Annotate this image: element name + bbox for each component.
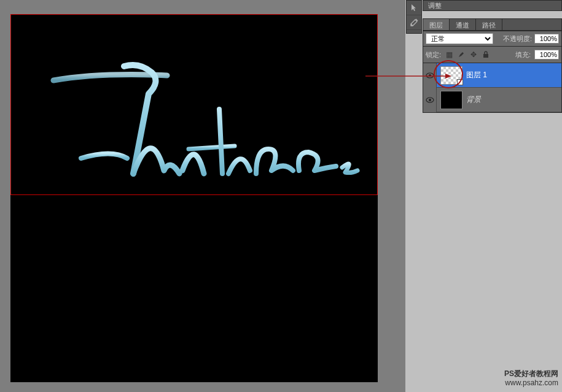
adjustments-panel-header[interactable]: 调整: [423, 0, 562, 11]
blend-mode-row: 正常 不透明度:: [423, 31, 562, 47]
fill-label: 填充:: [515, 50, 531, 60]
svg-point-2: [429, 74, 431, 77]
watermark-line1: PS爱好者教程网: [504, 369, 558, 379]
blend-mode-select[interactable]: 正常: [426, 33, 493, 44]
tab-layers[interactable]: 图层: [423, 19, 450, 30]
watermark-line2: www.psahz.com: [504, 379, 558, 388]
smart-object-badge-icon: ▪: [457, 79, 463, 85]
canvas-area: [0, 0, 405, 392]
layer-row[interactable]: 背景: [423, 88, 561, 112]
fill-input[interactable]: [534, 50, 559, 60]
lock-label: 锁定:: [426, 50, 441, 60]
lock-row: 锁定: ▦ ✥ 填充:: [423, 47, 562, 63]
layer-row[interactable]: ▪ 图层 1: [423, 63, 561, 88]
settings-tool-icon[interactable]: [407, 15, 421, 30]
tab-paths[interactable]: 路径: [476, 19, 502, 30]
pointer-tool-icon[interactable]: [407, 1, 421, 15]
lock-move-icon[interactable]: ✥: [469, 50, 478, 59]
svg-point-4: [429, 99, 431, 101]
layer-name[interactable]: 图层 1: [466, 70, 487, 80]
opacity-input[interactable]: [534, 34, 559, 44]
watermark: PS爱好者教程网 www.psahz.com: [504, 369, 558, 388]
layer-name[interactable]: 背景: [466, 94, 481, 105]
panel-tabs: 图层 通道 路径: [423, 18, 562, 31]
lock-brush-icon[interactable]: [457, 50, 466, 59]
tool-strip: [406, 0, 422, 34]
layer-thumbnail[interactable]: [440, 91, 462, 109]
canvas[interactable]: [10, 14, 378, 382]
layer-thumbnail[interactable]: ▪: [440, 66, 462, 85]
visibility-toggle[interactable]: [423, 63, 437, 88]
visibility-toggle[interactable]: [423, 88, 437, 112]
eye-icon: [426, 97, 434, 103]
svg-rect-0: [483, 54, 488, 58]
eye-icon: [426, 72, 434, 79]
handwriting-artwork: [44, 51, 370, 186]
layers-list: ▪ 图层 1 背景: [423, 63, 562, 113]
tab-channels[interactable]: 通道: [450, 19, 476, 30]
opacity-label: 不透明度:: [503, 34, 532, 44]
lock-all-icon[interactable]: [482, 50, 490, 59]
lock-transparency-icon[interactable]: ▦: [445, 50, 453, 59]
